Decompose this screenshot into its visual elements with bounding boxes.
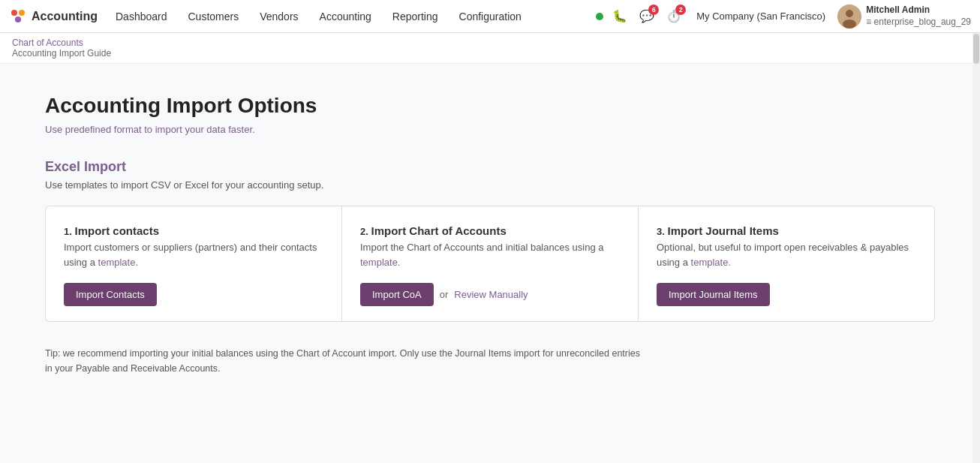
scrollbar-track[interactable] <box>972 33 980 463</box>
brand-icon <box>9 8 27 26</box>
user-avatar <box>837 5 861 29</box>
card-2-number: 2. Import Chart of Accounts <box>360 224 620 237</box>
card-3-actions: Import Journal Items <box>657 283 916 306</box>
top-navigation: Accounting Dashboard Customers Vendors A… <box>0 0 980 33</box>
messages-icon-btn[interactable]: 💬 6 <box>636 6 657 26</box>
card-import-contacts: 1. Import contacts Import customers or s… <box>45 206 341 322</box>
or-text: or <box>440 289 449 300</box>
card-1-number: 1. Import contacts <box>64 224 323 237</box>
review-manually-button[interactable]: Review Manually <box>454 289 528 300</box>
svg-point-5 <box>843 20 856 29</box>
scrollbar-thumb[interactable] <box>973 34 979 64</box>
nav-vendors[interactable]: Vendors <box>251 8 307 26</box>
online-status-dot <box>596 13 603 20</box>
card-3-template-link[interactable]: template. <box>691 257 731 268</box>
section-subtitle: Use templates to import CSV or Excel for… <box>45 179 935 191</box>
section-title: Excel Import <box>45 159 935 175</box>
svg-point-0 <box>11 10 17 16</box>
svg-point-1 <box>19 10 25 16</box>
card-1-heading: Import contacts <box>74 224 159 237</box>
svg-point-2 <box>15 17 21 23</box>
card-1-actions: Import Contacts <box>64 283 323 306</box>
card-1-body: Import customers or suppliers (partners)… <box>64 240 323 269</box>
activities-badge: 2 <box>675 5 686 15</box>
company-name[interactable]: My Company (San Francisco) <box>696 11 825 22</box>
nav-reporting[interactable]: Reporting <box>383 8 447 26</box>
card-import-journal: 3. Import Journal Items Optional, but us… <box>638 206 935 322</box>
card-2-body: Import the Chart of Accounts and initial… <box>360 240 620 269</box>
tip-text: Tip: we recommend importing your initial… <box>45 346 645 376</box>
avatar-icon <box>837 5 861 29</box>
breadcrumb-current: Accounting Import Guide <box>12 48 111 59</box>
import-coa-button[interactable]: Import CoA <box>360 283 434 306</box>
nav-right: 🐛 💬 6 ⏱️ 2 My Company (San Francisco) Mi… <box>596 5 971 29</box>
user-text: Mitchell Admin ≡ enterprise_blog_aug_29 <box>866 5 971 28</box>
card-3-body: Optional, but useful to import open rece… <box>657 240 916 269</box>
card-2-heading: Import Chart of Accounts <box>371 224 506 237</box>
svg-point-4 <box>846 10 853 17</box>
brand-logo[interactable]: Accounting <box>9 8 98 26</box>
user-name: Mitchell Admin <box>866 5 971 17</box>
card-3-number: 3. Import Journal Items <box>657 224 916 237</box>
card-2-actions: Import CoA or Review Manually <box>360 283 620 306</box>
import-journal-items-button[interactable]: Import Journal Items <box>657 283 770 306</box>
card-2-template-link[interactable]: template. <box>360 257 400 268</box>
breadcrumb-bar: Chart of Accounts Accounting Import Guid… <box>0 33 980 64</box>
cards-row: 1. Import contacts Import customers or s… <box>45 206 935 322</box>
nav-configuration[interactable]: Configuration <box>450 8 531 26</box>
main-content: Accounting Import Options Use predefined… <box>0 64 980 463</box>
card-import-coa: 2. Import Chart of Accounts Import the C… <box>341 206 638 322</box>
nav-accounting[interactable]: Accounting <box>311 8 380 26</box>
card-3-heading: Import Journal Items <box>667 224 778 237</box>
brand-name: Accounting <box>32 10 98 23</box>
nav-customers[interactable]: Customers <box>179 8 248 26</box>
user-info[interactable]: Mitchell Admin ≡ enterprise_blog_aug_29 <box>837 5 971 29</box>
messages-badge: 6 <box>648 5 659 15</box>
activities-icon-btn[interactable]: ⏱️ 2 <box>663 6 684 26</box>
page-title: Accounting Import Options <box>45 94 935 118</box>
debug-icon-btn[interactable]: 🐛 <box>609 6 630 26</box>
page-subtitle: Use predefined format to import your dat… <box>45 124 935 135</box>
nav-dashboard[interactable]: Dashboard <box>107 8 176 26</box>
user-branch: ≡ enterprise_blog_aug_29 <box>866 17 971 29</box>
breadcrumb-parent[interactable]: Chart of Accounts <box>12 38 83 48</box>
card-1-template-link[interactable]: template. <box>98 257 138 268</box>
import-contacts-button[interactable]: Import Contacts <box>64 283 157 306</box>
